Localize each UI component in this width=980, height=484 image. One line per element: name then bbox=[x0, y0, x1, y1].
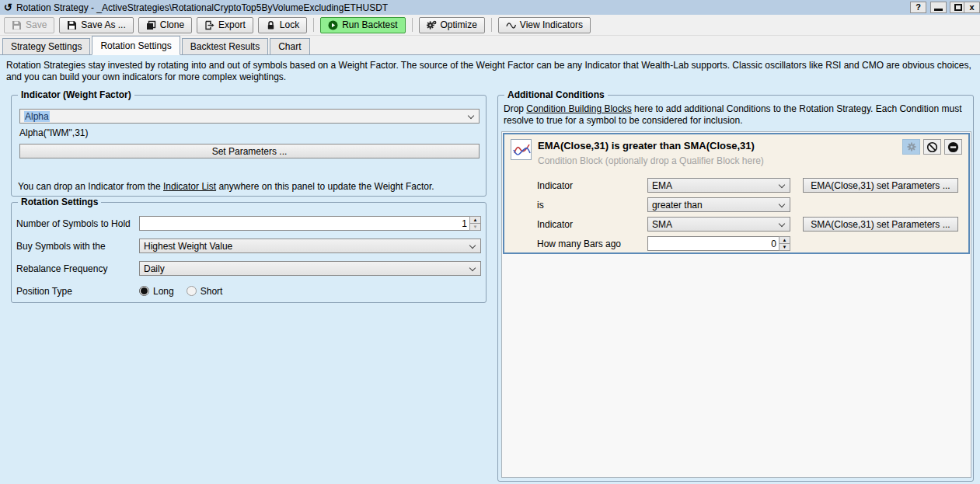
indicator1-combobox[interactable]: EMA bbox=[647, 178, 790, 193]
set-parameters-button[interactable]: Set Parameters ... bbox=[19, 144, 480, 158]
spin-up-icon[interactable]: ▲ bbox=[779, 236, 790, 244]
conditions-drop-area[interactable]: EMA(Close,31) is greater than SMA(Close,… bbox=[501, 131, 971, 478]
symbols-to-hold-label: Number of Symbols to Hold bbox=[16, 218, 139, 229]
condition-indicator2-row: Indicator SMA SMA(Close,31) set Paramete… bbox=[537, 214, 968, 234]
save-button[interactable]: Save bbox=[4, 17, 54, 33]
condition-disable-button[interactable] bbox=[923, 139, 941, 155]
maximize-icon bbox=[954, 4, 962, 11]
save-as-label: Save As ... bbox=[81, 19, 125, 30]
group-title: Additional Conditions bbox=[504, 89, 608, 100]
strategy-window: ↺ Rotation Strategy - _ActiveStrategies\… bbox=[0, 0, 980, 484]
window-title: Rotation Strategy - _ActiveStrategies\Ro… bbox=[16, 2, 388, 13]
condition-operator-row: is greater than bbox=[537, 195, 968, 214]
radio-selected-icon bbox=[139, 286, 149, 296]
play-icon bbox=[328, 20, 338, 30]
note-text: anywhere on this panel to update the Wei… bbox=[216, 181, 434, 192]
rebalance-frequency-row: Rebalance Frequency Daily bbox=[12, 257, 486, 280]
spin-down-icon[interactable]: ▼ bbox=[779, 244, 790, 251]
tab-backtest-results[interactable]: Backtest Results bbox=[182, 38, 268, 54]
minimize-button[interactable] bbox=[930, 2, 947, 13]
save-as-icon bbox=[67, 20, 77, 30]
toolbar-separator bbox=[313, 18, 314, 32]
rotation-settings-group: Rotation Settings Number of Symbols to H… bbox=[11, 202, 487, 303]
long-radio[interactable]: Long bbox=[139, 286, 174, 297]
conditions-hint: Drop Condition Building Blocks here to a… bbox=[504, 103, 968, 127]
tab-label: Strategy Settings bbox=[11, 41, 82, 52]
toolbar-separator bbox=[412, 18, 413, 32]
condition-building-blocks-link[interactable]: Condition Building Blocks bbox=[526, 103, 631, 114]
rotation-strategy-icon: ↺ bbox=[4, 2, 12, 12]
selected-indicator: Alpha bbox=[24, 111, 50, 122]
buy-symbols-combobox[interactable]: Highest Weight Value bbox=[139, 239, 481, 253]
view-indicators-button[interactable]: View Indicators bbox=[498, 17, 591, 33]
indicator2-combobox[interactable]: SMA bbox=[647, 217, 790, 232]
weight-factor-indicator-combobox[interactable]: Alpha bbox=[19, 109, 480, 124]
buy-symbols-value: Highest Weight Value bbox=[144, 241, 232, 252]
lock-button[interactable]: Lock bbox=[258, 17, 307, 33]
short-label: Short bbox=[201, 286, 223, 297]
symbols-to-hold-input[interactable] bbox=[139, 216, 469, 231]
chevron-down-icon bbox=[779, 201, 785, 207]
export-button[interactable]: Export bbox=[197, 17, 253, 33]
ema-set-parameters-button[interactable]: EMA(Close,31) set Parameters ... bbox=[803, 178, 958, 193]
operator-value: greater than bbox=[652, 200, 703, 211]
save-icon bbox=[12, 20, 22, 30]
symbols-to-hold-stepper: ▲ ▼ bbox=[469, 216, 481, 231]
clone-button[interactable]: Clone bbox=[138, 17, 192, 33]
ema-set-parameters-label: EMA(Close,31) set Parameters ... bbox=[811, 180, 950, 191]
view-indicators-label: View Indicators bbox=[520, 19, 583, 30]
condition-block[interactable]: EMA(Close,31) is greater than SMA(Close,… bbox=[503, 133, 970, 254]
condition-remove-button[interactable] bbox=[944, 139, 962, 155]
export-icon bbox=[204, 20, 214, 30]
radio-unselected-icon bbox=[187, 286, 197, 296]
spin-down-icon[interactable]: ▼ bbox=[469, 224, 481, 231]
toolbar: Save Save As ... Clone Export bbox=[0, 15, 980, 36]
help-button[interactable]: ? bbox=[910, 2, 926, 13]
chevron-down-icon bbox=[779, 182, 785, 188]
note-text: You can drop an Indicator from the bbox=[18, 181, 163, 192]
short-radio[interactable]: Short bbox=[187, 286, 223, 297]
rebalance-frequency-value: Daily bbox=[144, 263, 165, 274]
run-backtest-button[interactable]: Run Backtest bbox=[320, 17, 405, 33]
bars-ago-input[interactable] bbox=[647, 236, 779, 251]
condition-title: EMA(Close,31) is greater than SMA(Close,… bbox=[538, 139, 764, 151]
minimize-icon bbox=[934, 9, 943, 11]
save-as-button[interactable]: Save As ... bbox=[59, 17, 133, 33]
position-type-row: Position Type Long Short bbox=[12, 280, 486, 302]
export-label: Export bbox=[218, 19, 246, 30]
hint-text: Drop bbox=[504, 103, 526, 114]
set-parameters-label: Set Parameters ... bbox=[212, 146, 288, 157]
indicator-label: Indicator bbox=[537, 180, 647, 191]
operator-combobox[interactable]: greater than bbox=[647, 197, 790, 212]
save-label: Save bbox=[26, 19, 47, 30]
rotation-settings-panel: Rotation Strategies stay invested by rot… bbox=[0, 55, 980, 484]
spin-up-icon[interactable]: ▲ bbox=[469, 216, 481, 224]
bars-ago-stepper: ▲ ▼ bbox=[779, 236, 790, 251]
gears-icon bbox=[427, 20, 437, 30]
prohibition-icon bbox=[926, 141, 938, 153]
close-icon: x bbox=[969, 3, 974, 12]
close-button[interactable]: x bbox=[964, 2, 980, 13]
indicator-list-link[interactable]: Indicator List bbox=[163, 181, 216, 192]
lock-icon bbox=[266, 20, 276, 30]
rebalance-frequency-combobox[interactable]: Daily bbox=[139, 261, 481, 276]
buy-symbols-label: Buy Symbols with the bbox=[16, 241, 139, 252]
tab-chart[interactable]: Chart bbox=[270, 38, 309, 54]
tab-strategy-settings[interactable]: Strategy Settings bbox=[2, 38, 90, 54]
long-label: Long bbox=[153, 286, 174, 297]
toolbar-separator bbox=[491, 18, 492, 32]
run-backtest-label: Run Backtest bbox=[342, 19, 397, 30]
rebalance-frequency-label: Rebalance Frequency bbox=[16, 263, 139, 274]
minus-circle-icon bbox=[947, 141, 959, 153]
tab-rotation-settings[interactable]: Rotation Settings bbox=[92, 36, 180, 55]
group-title: Indicator (Weight Factor) bbox=[18, 89, 134, 100]
indicator-weight-factor-group: Indicator (Weight Factor) Alpha Alpha("I… bbox=[11, 95, 487, 197]
intro-text: Rotation Strategies stay invested by rot… bbox=[6, 60, 975, 83]
condition-settings-button[interactable] bbox=[902, 139, 920, 155]
group-title: Rotation Settings bbox=[18, 197, 101, 207]
chevron-down-icon bbox=[469, 242, 476, 249]
sma-set-parameters-button[interactable]: SMA(Close,31) set Parameters ... bbox=[803, 217, 958, 232]
tab-bar: Strategy Settings Rotation Settings Back… bbox=[0, 36, 980, 55]
optimize-button[interactable]: Optimize bbox=[419, 17, 485, 33]
tab-label: Backtest Results bbox=[190, 41, 260, 52]
